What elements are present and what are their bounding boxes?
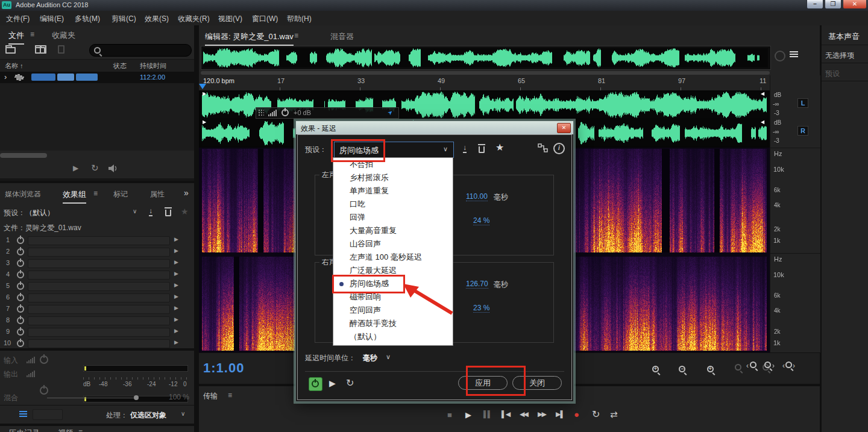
slot-arrow-icon[interactable]: ▶ — [174, 282, 178, 288]
panel-menu-icon[interactable]: ≡ — [78, 428, 83, 432]
dropdown-item[interactable]: 不合拍 — [333, 158, 453, 171]
delete-preset-icon[interactable] — [165, 210, 171, 216]
slot-power-icon[interactable] — [17, 317, 24, 324]
slot-arrow-icon[interactable]: ▶ — [174, 293, 178, 299]
selection-handle-icon[interactable]: ▶ — [203, 91, 206, 96]
dropdown-item[interactable]: 乡村摇滚乐 — [333, 171, 453, 184]
menu-clip[interactable]: 剪辑(C) — [112, 14, 136, 24]
dialog-close-action-button[interactable]: 关闭 — [512, 376, 562, 390]
slot-power-icon[interactable] — [17, 237, 24, 244]
stop-button[interactable]: ■ — [447, 410, 452, 419]
menu-edit[interactable]: 编辑(E) — [40, 14, 64, 24]
slot-arrow-icon[interactable]: ▶ — [174, 259, 178, 265]
slot-bar[interactable] — [28, 293, 170, 302]
dropdown-item[interactable]: 广泛最大延迟 — [333, 264, 453, 277]
loop-playback-icon[interactable]: ↻ — [91, 163, 99, 174]
panel-menu-icon[interactable]: ≡ — [294, 31, 298, 40]
effect-slot[interactable]: 3▶ — [0, 258, 194, 269]
tab-history[interactable]: 历史记录 — [8, 428, 40, 432]
tab-essential-sound[interactable]: 基本声音 — [828, 31, 860, 42]
process-chevron-icon[interactable]: ∨ — [181, 410, 185, 417]
slot-bar[interactable] — [28, 271, 170, 280]
mix-slider-knob[interactable] — [134, 395, 139, 400]
tab-overflow-icon[interactable]: » — [184, 188, 189, 198]
rack-preset-chevron-icon[interactable]: ∨ — [133, 208, 137, 214]
slot-arrow-icon[interactable]: ▶ — [174, 328, 178, 334]
file-row[interactable]: › 112:2.00 — [0, 72, 194, 83]
slot-power-icon[interactable] — [17, 294, 24, 301]
timeline-ruler[interactable]: 120.0 bpm 17 33 49 65 81 97 11 — [199, 75, 770, 91]
menu-effects[interactable]: 效果(S) — [145, 14, 169, 24]
slot-power-icon[interactable] — [17, 305, 24, 313]
zoom-right-edge-icon[interactable]: › — [764, 362, 775, 370]
effect-slot[interactable]: 9▶ — [0, 327, 194, 338]
horizontal-scrollbar[interactable] — [0, 153, 47, 158]
dropdown-item[interactable]: 单声道重复 — [333, 184, 453, 198]
record-button[interactable]: ● — [574, 409, 579, 419]
tab-favorites[interactable]: 收藏夹 — [52, 30, 75, 41]
open-file-icon[interactable] — [5, 47, 16, 54]
selection-handle-icon[interactable]: ▶ — [203, 119, 206, 125]
slot-power-icon[interactable] — [17, 340, 24, 347]
tab-markers[interactable]: 标记 — [113, 189, 128, 199]
slot-power-icon[interactable] — [17, 328, 24, 336]
dialog-delete-preset-icon[interactable] — [479, 146, 485, 153]
overview-waveform[interactable] — [203, 48, 768, 67]
panel-menu-icon[interactable]: ≡ — [93, 189, 98, 198]
slot-power-icon[interactable] — [17, 271, 24, 278]
dialog-close-button[interactable]: ✕ — [557, 123, 571, 133]
zoom-left-edge-icon[interactable]: ‹ — [746, 362, 756, 370]
splitter[interactable] — [194, 25, 199, 432]
zoom-both-edges-icon[interactable]: ‹› — [782, 362, 795, 370]
apply-button[interactable]: 应用 — [458, 376, 508, 390]
zoom-selection-icon[interactable]: + — [707, 366, 714, 372]
menu-file[interactable]: 文件(F) — [6, 14, 30, 24]
menu-view[interactable]: 视图(V) — [218, 14, 242, 24]
effect-slot[interactable]: 8▶ — [0, 315, 194, 327]
autoplay-icon[interactable]: ▶ — [73, 164, 78, 172]
expand-chevron-icon[interactable]: › — [4, 72, 7, 81]
dropdown-item[interactable]: 回弹 — [333, 211, 453, 224]
tab-effects-rack[interactable]: 效果组 — [63, 189, 86, 204]
hud-pin-icon[interactable]: ➤ — [386, 108, 394, 117]
tab-files[interactable]: 文件 — [8, 30, 24, 45]
dropdown-item[interactable]: 口吃 — [333, 198, 453, 211]
slot-bar[interactable] — [28, 316, 170, 325]
dropdown-item[interactable]: 磁带回响 — [333, 290, 453, 304]
effect-slot[interactable]: 6▶ — [0, 292, 194, 304]
save-preset-icon[interactable]: ↓ — [149, 207, 153, 216]
loop-playback-button[interactable]: ↻ — [592, 409, 600, 420]
menu-favorites[interactable]: 收藏夹(R) — [178, 14, 210, 24]
maximize-button[interactable]: ❐ — [825, 0, 841, 9]
dropdown-item[interactable]: 空间回声 — [333, 304, 453, 317]
zoom-out-icon[interactable]: − — [679, 366, 685, 372]
slot-arrow-icon[interactable]: ▶ — [174, 271, 178, 277]
skip-selection-button[interactable]: ⇄ — [610, 409, 618, 420]
new-file-icon[interactable] — [40, 45, 46, 54]
slot-arrow-icon[interactable]: ▶ — [174, 236, 178, 242]
play-button[interactable]: ▶ — [465, 410, 471, 419]
effect-power-button[interactable] — [309, 377, 322, 391]
search-input[interactable] — [89, 44, 192, 57]
slot-power-icon[interactable] — [17, 283, 24, 290]
preview-play-button[interactable]: ▶ — [329, 378, 336, 388]
skip-to-start-button[interactable]: ▌◀ — [502, 410, 510, 418]
unit-select[interactable]: 毫秒 — [363, 353, 377, 363]
tab-properties[interactable]: 属性 — [150, 189, 165, 199]
slot-bar[interactable] — [28, 339, 170, 348]
dropdown-item[interactable]: 左声道 100 毫秒延迟 — [333, 251, 453, 264]
slot-bar[interactable] — [28, 328, 170, 337]
right-delay-value[interactable]: 126.70 — [466, 280, 488, 289]
speaker-icon[interactable] — [108, 164, 118, 172]
selection-handle-icon[interactable]: ◀ — [761, 91, 764, 96]
file-list-area[interactable] — [0, 83, 194, 151]
overview-strip[interactable] — [201, 46, 771, 70]
unit-chevron-icon[interactable]: ∨ — [386, 353, 391, 361]
tab-media-browser[interactable]: 媒体浏览器 — [5, 189, 41, 199]
dialog-title-bar[interactable]: 效果 - 延迟 ✕ — [296, 121, 573, 134]
skip-to-end-button[interactable]: ▶▌ — [556, 410, 564, 418]
close-button[interactable]: ✕ — [843, 0, 867, 9]
tab-editor[interactable]: 编辑器: 灵眸之爱_01.wav — [205, 31, 294, 46]
selection-handle-icon[interactable]: ◀ — [761, 119, 764, 125]
hud-drag-handle-icon[interactable] — [258, 109, 264, 116]
